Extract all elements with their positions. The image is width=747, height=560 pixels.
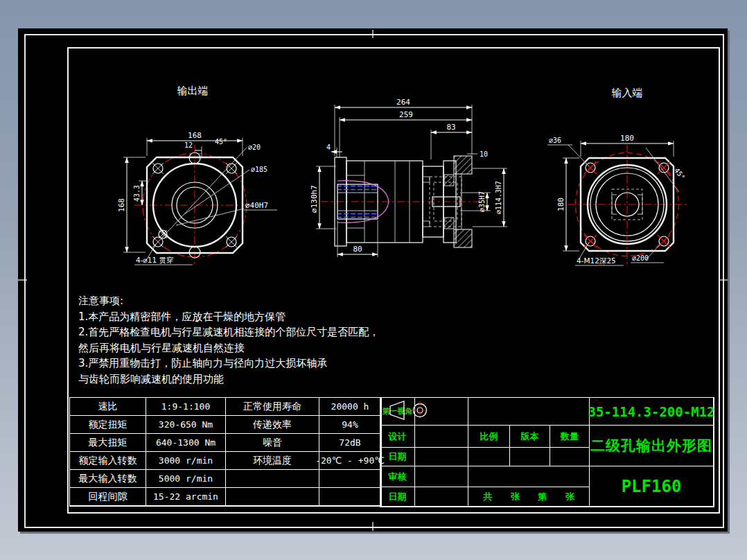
date-label: 日期	[380, 448, 415, 466]
note-line: 与齿轮而影响减速机的使用功能	[78, 371, 379, 387]
spec-cell	[226, 470, 319, 488]
note-line: 3.严禁用重物击打，防止轴向力与径向力过大损坏轴承	[78, 356, 379, 371]
input-end-view: 输入端 180 180	[547, 87, 687, 265]
dim-83: 83	[446, 123, 455, 132]
design-value-cell	[415, 426, 468, 448]
notes-block: 注意事项: 1.本产品为精密部件，应放在干燥的地方保管 2.首先严格检查电机与行…	[78, 293, 379, 387]
note-line: 1.本产品为精密部件，应放在干燥的地方保管	[78, 309, 379, 325]
dim-45deg: 45°	[673, 166, 687, 181]
callout-4xd11: 4-⌀11 贯穿	[136, 256, 174, 264]
empty-cell	[415, 448, 468, 466]
section-hatch	[444, 175, 454, 186]
output-end-view: 输出端 168 12 45°	[117, 85, 277, 265]
dim-43-3: 43.3	[133, 185, 141, 202]
dim-180-top: 180	[620, 134, 634, 143]
notes-title: 注意事项:	[78, 293, 379, 309]
dim-180-left: 180	[556, 198, 565, 211]
callout-d185: ⌀185	[251, 166, 267, 173]
drawing-sheet: 输出端 168 12 45°	[18, 28, 728, 532]
quantity-label: 数量	[550, 426, 590, 448]
design-label: 设计	[380, 426, 415, 448]
title-block: 第一视角 35-114.3-200-M12 设计 比例 版本 数量 二级孔输出外…	[380, 397, 714, 507]
note-line: 2.首先严格检查电机与行星减速机相连接的个部位尺寸是否匹配，	[78, 324, 379, 340]
spec-cell: 20000 h	[319, 398, 381, 416]
product-series: PLF160	[590, 466, 714, 507]
projection-symbol-cell	[415, 398, 468, 426]
quantity-value-cell	[550, 448, 590, 466]
model-code: 35-114.3-200-M12	[590, 398, 714, 426]
date-label: 日期	[380, 487, 415, 507]
scale-value-cell	[468, 448, 510, 466]
dim-d35: ⌀35H7	[478, 191, 486, 212]
spec-cell	[226, 488, 319, 506]
dim-45deg: 45°	[215, 138, 227, 146]
drawing-title: 二级孔输出外形图	[590, 426, 714, 466]
spec-cell: 额定输入转数	[70, 452, 146, 470]
spec-cell	[319, 488, 381, 506]
spec-cell: 额定扭矩	[70, 416, 146, 434]
flange-ring-section-top	[454, 156, 472, 174]
dim-168-left: 168	[117, 198, 126, 212]
spec-cell: 最大输入转数	[70, 470, 146, 488]
dim-10: 10	[480, 150, 488, 158]
empty-cell	[415, 487, 468, 507]
input-end-label: 输入端	[612, 87, 643, 99]
callout-bore-d40: ⌀40H7	[245, 201, 268, 210]
flange-ring-section-bottom	[454, 229, 472, 247]
dim-264: 264	[396, 98, 410, 107]
callout-4xm12: 4-M12深25	[577, 256, 616, 265]
spec-cell: 速比	[70, 398, 146, 416]
note-line: 然后再将电机与行星减速机自然连接	[78, 340, 379, 356]
spec-cell: 环境温度	[226, 452, 319, 470]
empty-cell	[468, 398, 590, 426]
callout-d20: ⌀20	[248, 143, 261, 151]
dim-4: 4	[326, 143, 331, 151]
spec-cell: 5000 r/min	[146, 470, 226, 488]
dim-80: 80	[353, 245, 362, 254]
section-view: 264 259 83 4 10 ⌀130h7 80 ⌀35H7 ⌀114.3H	[310, 98, 507, 257]
version-value-cell	[510, 448, 550, 466]
spec-cell: 15-22 arcmin	[146, 488, 226, 506]
scale-label: 比例	[468, 426, 510, 448]
dim-168-top: 168	[188, 131, 202, 140]
section-hatch	[444, 218, 454, 229]
callout-d200: ⌀200	[632, 254, 649, 262]
dim-d114: ⌀114.3H7	[495, 181, 502, 214]
spec-cell: 回程间隙	[70, 488, 146, 506]
spec-cell: 94%	[319, 416, 381, 434]
review-label: 审核	[380, 466, 415, 487]
bore-hatch-top	[338, 185, 377, 193]
spec-cell: 320-650 Nm	[146, 416, 226, 434]
callout-d36: ⌀36	[549, 137, 561, 144]
first-angle-projection-icon	[380, 398, 432, 424]
spec-cell	[319, 470, 381, 488]
version-label: 版本	[510, 426, 550, 448]
output-end-label: 输出端	[177, 85, 209, 97]
spec-table: 速比 1:9-1:100 正常使用寿命 20000 h 额定扭矩 320-650…	[69, 397, 382, 507]
spec-cell: -20℃ - +90℃	[319, 452, 381, 470]
m12-holes	[584, 161, 670, 247]
spec-cell: 噪音	[226, 434, 319, 452]
spec-cell: 1:9-1:100	[146, 398, 226, 416]
review-value-cell	[415, 466, 468, 487]
spec-cell: 最大扭矩	[70, 434, 146, 452]
spec-cell: 72dB	[319, 434, 381, 452]
sheet-count: 共 张 第 张	[468, 487, 590, 507]
bore-hatch-bottom	[338, 211, 377, 218]
spec-cell: 正常使用寿命	[226, 398, 319, 416]
spec-cell: 640-1300 Nm	[146, 434, 226, 452]
dim-12: 12	[184, 141, 193, 149]
dim-259: 259	[399, 110, 413, 119]
spec-cell: 传递效率	[226, 416, 319, 434]
empty-cell	[468, 466, 590, 487]
dim-d130: ⌀130h7	[310, 185, 319, 213]
spec-cell: 3000 r/min	[146, 452, 226, 470]
